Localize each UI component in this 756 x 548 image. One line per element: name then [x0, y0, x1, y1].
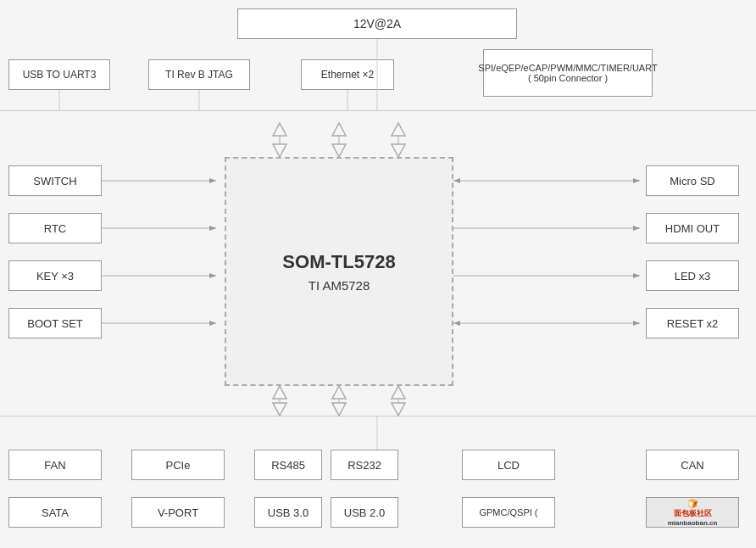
- microsd-box: Micro SD: [646, 165, 739, 196]
- sata-label: SATA: [42, 506, 69, 519]
- watermark-text: 面包板社区: [674, 508, 712, 519]
- som-subtitle: TI AM5728: [309, 278, 370, 293]
- lcd-label: LCD: [498, 459, 520, 472]
- rs485-label: RS485: [271, 459, 305, 472]
- sata-box: SATA: [8, 497, 102, 528]
- rtc-label: RTC: [44, 222, 66, 235]
- block-diagram: 12V@2A USB TO UART3 TI Rev B JTAG Ethern…: [0, 0, 756, 548]
- spi-label: SPI/eQEP/eCAP/PWM/MMC/TIMER/UART ( 50pin…: [478, 63, 657, 83]
- svg-marker-20: [332, 403, 346, 416]
- rs232-label: RS232: [347, 459, 381, 472]
- power-label: 12V@2A: [353, 17, 401, 31]
- svg-marker-11: [332, 144, 346, 157]
- top-divider: [0, 110, 756, 111]
- pcie-label: PCIe: [166, 459, 191, 472]
- usb20-box: USB 2.0: [331, 497, 398, 528]
- vport-box: V-PORT: [131, 497, 225, 528]
- watermark-icon: 🍞: [687, 499, 698, 508]
- key-label: KEY ×3: [36, 270, 74, 282]
- gpmc-box: GPMC/QSPI (: [462, 497, 555, 528]
- jtag-box: TI Rev B JTAG: [148, 59, 250, 90]
- rs485-box: RS485: [254, 450, 322, 480]
- boot-box: BOOT SET: [8, 308, 102, 338]
- led-label: LED x3: [675, 270, 711, 282]
- reset-box: RESET x2: [646, 308, 739, 338]
- microsd-label: Micro SD: [670, 175, 714, 187]
- svg-marker-16: [273, 386, 286, 399]
- ethernet-box: Ethernet ×2: [301, 59, 394, 90]
- usb30-box: USB 3.0: [254, 497, 322, 528]
- vport-label: V-PORT: [158, 506, 198, 519]
- svg-marker-8: [273, 144, 286, 157]
- svg-marker-17: [273, 403, 286, 416]
- can-box: CAN: [646, 450, 739, 480]
- som-box: SOM-TL5728 TI AM5728: [225, 157, 453, 386]
- usb-uart-box: USB TO UART3: [8, 59, 110, 90]
- svg-marker-14: [392, 144, 405, 157]
- fan-box: FAN: [8, 450, 102, 480]
- usb-uart-label: USB TO UART3: [23, 69, 97, 81]
- ethernet-label: Ethernet ×2: [321, 69, 374, 81]
- hdmi-label: HDMI OUT: [665, 222, 720, 235]
- bottom-divider: [0, 416, 756, 417]
- led-box: LED x3: [646, 260, 739, 291]
- svg-marker-19: [332, 386, 346, 399]
- watermark-url: mianbaoban.cn: [668, 519, 718, 527]
- svg-marker-10: [332, 123, 346, 136]
- fan-label: FAN: [44, 459, 65, 472]
- rs232-box: RS232: [331, 450, 398, 480]
- power-box: 12V@2A: [237, 8, 517, 39]
- spi-box: SPI/eQEP/eCAP/PWM/MMC/TIMER/UART ( 50pin…: [483, 49, 653, 97]
- svg-marker-13: [392, 123, 405, 136]
- jtag-label: TI Rev B JTAG: [165, 69, 233, 81]
- hdmi-box: HDMI OUT: [646, 213, 739, 243]
- key-box: KEY ×3: [8, 260, 102, 291]
- svg-marker-7: [273, 123, 286, 136]
- watermark-box: 🍞 面包板社区 mianbaoban.cn: [646, 497, 739, 528]
- reset-label: RESET x2: [667, 317, 718, 330]
- gpmc-label: GPMC/QSPI (: [479, 507, 537, 517]
- rtc-box: RTC: [8, 213, 102, 243]
- pcie-box: PCIe: [131, 450, 225, 480]
- boot-label: BOOT SET: [27, 317, 83, 330]
- som-name: SOM-TL5728: [282, 251, 395, 273]
- switch-label: SWITCH: [33, 175, 76, 187]
- lcd-box: LCD: [462, 450, 555, 480]
- svg-marker-23: [392, 403, 405, 416]
- can-label: CAN: [681, 459, 703, 472]
- switch-box: SWITCH: [8, 165, 102, 196]
- usb30-label: USB 3.0: [268, 506, 309, 519]
- svg-marker-22: [392, 386, 405, 399]
- usb20-label: USB 2.0: [344, 506, 385, 519]
